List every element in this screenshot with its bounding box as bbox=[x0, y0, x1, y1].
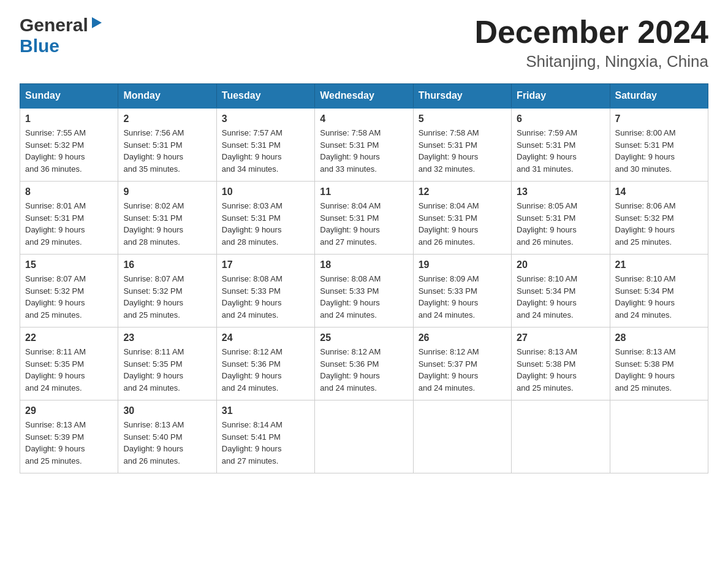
sunrise-label: Sunrise: 8:05 AM bbox=[517, 201, 577, 210]
daylight-minutes: and 25 minutes. bbox=[615, 383, 672, 393]
sunset-label: Sunset: 5:31 PM bbox=[222, 213, 281, 223]
day-number: 26 bbox=[419, 332, 506, 343]
sunset-label: Sunset: 5:33 PM bbox=[419, 286, 477, 296]
sunset-label: Sunset: 5:33 PM bbox=[320, 286, 379, 296]
day-info: Sunrise: 8:12 AMSunset: 5:37 PMDaylight:… bbox=[419, 346, 506, 394]
sunset-label: Sunset: 5:36 PM bbox=[320, 359, 379, 369]
day-number: 17 bbox=[222, 259, 309, 270]
daylight-label: Daylight: 9 hours bbox=[25, 444, 85, 453]
sunrise-label: Sunrise: 8:09 AM bbox=[419, 274, 479, 283]
day-number: 23 bbox=[123, 332, 211, 343]
calendar-title: December 2024 bbox=[474, 15, 708, 50]
calendar-cell: 5Sunrise: 7:58 AMSunset: 5:31 PMDaylight… bbox=[413, 108, 511, 182]
daylight-minutes: and 30 minutes. bbox=[615, 164, 672, 174]
daylight-label: Daylight: 9 hours bbox=[517, 298, 577, 307]
sunrise-label: Sunrise: 8:03 AM bbox=[222, 201, 282, 210]
day-number: 13 bbox=[517, 186, 604, 197]
daylight-minutes: and 31 minutes. bbox=[517, 164, 574, 174]
daylight-minutes: and 28 minutes. bbox=[123, 237, 180, 247]
daylight-label: Daylight: 9 hours bbox=[123, 371, 183, 380]
day-info: Sunrise: 8:07 AMSunset: 5:32 PMDaylight:… bbox=[25, 273, 113, 321]
day-number: 5 bbox=[419, 113, 506, 124]
calendar-cell: 16Sunrise: 8:07 AMSunset: 5:32 PMDayligh… bbox=[118, 255, 216, 327]
day-info: Sunrise: 8:02 AMSunset: 5:31 PMDaylight:… bbox=[123, 200, 211, 248]
daylight-minutes: and 35 minutes. bbox=[123, 164, 180, 174]
daylight-minutes: and 26 minutes. bbox=[123, 456, 180, 465]
calendar-cell: 11Sunrise: 8:04 AMSunset: 5:31 PMDayligh… bbox=[315, 182, 413, 255]
sunrise-label: Sunrise: 8:07 AM bbox=[25, 274, 86, 283]
daylight-label: Daylight: 9 hours bbox=[320, 298, 380, 307]
header-day-monday: Monday bbox=[118, 84, 216, 109]
day-info: Sunrise: 8:01 AMSunset: 5:31 PMDaylight:… bbox=[25, 200, 113, 248]
sunset-label: Sunset: 5:38 PM bbox=[517, 359, 575, 369]
daylight-label: Daylight: 9 hours bbox=[615, 298, 675, 307]
sunset-label: Sunset: 5:40 PM bbox=[123, 432, 182, 442]
sunset-label: Sunset: 5:41 PM bbox=[222, 432, 281, 442]
daylight-label: Daylight: 9 hours bbox=[222, 444, 282, 453]
day-info: Sunrise: 8:06 AMSunset: 5:32 PMDaylight:… bbox=[615, 200, 703, 248]
daylight-minutes: and 36 minutes. bbox=[25, 164, 82, 174]
sunrise-label: Sunrise: 8:13 AM bbox=[615, 347, 676, 356]
week-row-2: 8Sunrise: 8:01 AMSunset: 5:31 PMDaylight… bbox=[20, 182, 708, 255]
sunrise-label: Sunrise: 8:04 AM bbox=[320, 201, 381, 210]
header-day-saturday: Saturday bbox=[610, 84, 708, 109]
daylight-label: Daylight: 9 hours bbox=[517, 152, 577, 161]
sunset-label: Sunset: 5:36 PM bbox=[222, 359, 281, 369]
day-info: Sunrise: 7:56 AMSunset: 5:31 PMDaylight:… bbox=[123, 127, 211, 175]
sunrise-label: Sunrise: 8:13 AM bbox=[123, 420, 184, 429]
day-info: Sunrise: 8:13 AMSunset: 5:39 PMDaylight:… bbox=[25, 419, 113, 467]
calendar-cell: 18Sunrise: 8:08 AMSunset: 5:33 PMDayligh… bbox=[315, 255, 413, 327]
calendar-subtitle: Shitanjing, Ningxia, China bbox=[474, 52, 708, 71]
daylight-minutes: and 24 minutes. bbox=[615, 310, 672, 320]
week-row-1: 1Sunrise: 7:55 AMSunset: 5:32 PMDaylight… bbox=[20, 108, 708, 182]
sunrise-label: Sunrise: 8:06 AM bbox=[615, 201, 676, 210]
day-info: Sunrise: 8:12 AMSunset: 5:36 PMDaylight:… bbox=[320, 346, 408, 394]
daylight-label: Daylight: 9 hours bbox=[25, 152, 85, 161]
daylight-minutes: and 33 minutes. bbox=[320, 164, 377, 174]
sunrise-label: Sunrise: 7:56 AM bbox=[123, 128, 184, 137]
day-number: 14 bbox=[615, 186, 703, 197]
calendar-cell: 31Sunrise: 8:14 AMSunset: 5:41 PMDayligh… bbox=[216, 400, 314, 473]
sunset-label: Sunset: 5:34 PM bbox=[517, 286, 575, 296]
logo-general-text: General bbox=[20, 15, 88, 36]
day-info: Sunrise: 8:04 AMSunset: 5:31 PMDaylight:… bbox=[320, 200, 408, 248]
sunset-label: Sunset: 5:31 PM bbox=[222, 140, 281, 150]
sunrise-label: Sunrise: 7:57 AM bbox=[222, 128, 282, 137]
daylight-minutes: and 25 minutes. bbox=[123, 310, 180, 320]
daylight-label: Daylight: 9 hours bbox=[123, 225, 183, 234]
calendar-cell: 24Sunrise: 8:12 AMSunset: 5:36 PMDayligh… bbox=[216, 327, 314, 400]
calendar-cell: 13Sunrise: 8:05 AMSunset: 5:31 PMDayligh… bbox=[512, 182, 610, 255]
daylight-minutes: and 25 minutes. bbox=[517, 383, 574, 393]
daylight-label: Daylight: 9 hours bbox=[419, 152, 479, 161]
sunset-label: Sunset: 5:34 PM bbox=[615, 286, 674, 296]
daylight-minutes: and 32 minutes. bbox=[419, 164, 476, 174]
daylight-minutes: and 24 minutes. bbox=[320, 383, 377, 393]
sunset-label: Sunset: 5:31 PM bbox=[419, 213, 477, 223]
day-number: 12 bbox=[419, 186, 506, 197]
daylight-label: Daylight: 9 hours bbox=[615, 152, 675, 161]
day-number: 24 bbox=[222, 332, 309, 343]
sunset-label: Sunset: 5:31 PM bbox=[123, 140, 182, 150]
calendar-cell: 2Sunrise: 7:56 AMSunset: 5:31 PMDaylight… bbox=[118, 108, 216, 182]
day-number: 20 bbox=[517, 259, 604, 270]
daylight-label: Daylight: 9 hours bbox=[615, 371, 675, 380]
sunrise-label: Sunrise: 8:12 AM bbox=[320, 347, 381, 356]
calendar-cell: 6Sunrise: 7:59 AMSunset: 5:31 PMDaylight… bbox=[512, 108, 610, 182]
day-info: Sunrise: 8:10 AMSunset: 5:34 PMDaylight:… bbox=[615, 273, 703, 321]
day-number: 11 bbox=[320, 186, 408, 197]
calendar-cell bbox=[315, 400, 413, 473]
daylight-label: Daylight: 9 hours bbox=[615, 225, 675, 234]
daylight-minutes: and 24 minutes. bbox=[222, 383, 279, 393]
daylight-label: Daylight: 9 hours bbox=[222, 371, 282, 380]
daylight-label: Daylight: 9 hours bbox=[419, 298, 479, 307]
sunset-label: Sunset: 5:32 PM bbox=[25, 286, 84, 296]
calendar-cell: 8Sunrise: 8:01 AMSunset: 5:31 PMDaylight… bbox=[20, 182, 118, 255]
day-number: 6 bbox=[517, 113, 604, 124]
sunrise-label: Sunrise: 8:01 AM bbox=[25, 201, 86, 210]
sunrise-label: Sunrise: 8:00 AM bbox=[615, 128, 676, 137]
day-info: Sunrise: 8:11 AMSunset: 5:35 PMDaylight:… bbox=[25, 346, 113, 394]
calendar-cell: 19Sunrise: 8:09 AMSunset: 5:33 PMDayligh… bbox=[413, 255, 511, 327]
daylight-minutes: and 24 minutes. bbox=[320, 310, 377, 320]
day-number: 15 bbox=[25, 259, 113, 270]
sunset-label: Sunset: 5:31 PM bbox=[25, 213, 84, 223]
